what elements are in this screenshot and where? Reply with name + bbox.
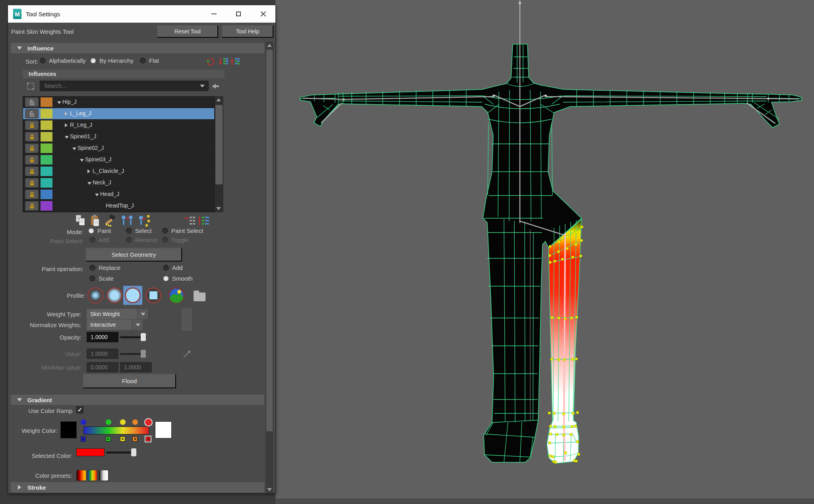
lock-icon[interactable] [25,120,39,130]
collapse-arrow-icon[interactable] [65,136,69,139]
lock-icon[interactable] [25,178,39,188]
sort-option-alphabetically[interactable]: Alphabetically [40,57,86,64]
joint-color-swatch[interactable] [41,155,52,165]
weight-color-left-swatch[interactable] [60,421,77,438]
paint-operation-option-add[interactable]: Add [163,264,183,271]
radio-icon[interactable] [162,228,168,234]
hammer-weights-icon[interactable] [104,214,116,227]
scroll-down-icon[interactable] [267,488,272,491]
normalize-weights-select[interactable]: Interactive [87,320,132,330]
radio-icon[interactable] [126,228,132,234]
lock-icon[interactable] [25,190,39,199]
titlebar[interactable]: M Tool Settings [8,5,275,23]
flood-button[interactable]: Flood [83,374,176,388]
expand-arrow-icon[interactable] [65,123,68,127]
ramp-handle-1[interactable] [106,419,111,425]
ramp-handle-0[interactable] [81,419,86,425]
sort-option-by-hierarchy[interactable]: By Hierarchy [90,57,134,64]
influence-list-scrollbar[interactable] [215,96,223,212]
section-stroke[interactable]: Stroke [11,482,264,492]
influence-row-Spine03_J[interactable]: Spine03_J [23,154,214,166]
ramp-delete-handle-3[interactable]: × [132,436,138,442]
show-selected-list-icon[interactable] [184,215,196,228]
influence-row-Head_J[interactable]: Head_J [23,189,214,200]
sort-list-up-icon[interactable] [231,57,240,66]
lock-icon[interactable] [25,143,39,153]
selected-color-slider[interactable] [106,452,136,454]
lock-icon[interactable] [25,201,39,211]
ramp-delete-handle-1[interactable]: × [106,436,111,442]
maximize-button[interactable] [226,5,251,23]
influence-row-Hip_J[interactable]: Hip_J [23,97,214,108]
use-color-ramp-checkbox[interactable]: ✓ [76,406,83,413]
joint-color-swatch[interactable] [41,190,52,199]
collapse-arrow-icon[interactable] [57,101,61,104]
color-ramp-bar[interactable] [83,426,149,434]
paint-operation-option-smooth[interactable]: Smooth [163,275,193,282]
move-vertices-icon[interactable] [138,214,150,227]
ramp-delete-handle-0[interactable]: × [81,436,86,442]
weight-type-dropdown-icon[interactable] [138,309,148,319]
ramp-delete-handle-2[interactable]: × [120,436,125,442]
radio-icon[interactable] [163,265,169,271]
color-preset-0[interactable] [76,470,86,481]
profile-square-brush[interactable] [145,287,162,304]
influence-row-L_Clavicle_J[interactable]: L_Clavicle_J [23,166,214,177]
move-influences-icon[interactable] [121,214,133,227]
joint-color-swatch[interactable] [41,132,52,142]
influence-row-HeadTop_J[interactable]: HeadTop_J [23,200,214,212]
mode-option-select[interactable]: Select [126,227,152,234]
collapse-arrow-icon[interactable] [80,159,84,162]
close-button[interactable] [251,5,275,23]
ramp-delete-handle-4[interactable]: × [145,436,151,442]
panel-scrollbar[interactable] [266,42,273,493]
copy-weights-icon[interactable] [75,214,87,227]
unlock-icon[interactable] [25,109,39,118]
ramp-handle-4[interactable] [145,419,152,426]
influence-row-R_Leg_J[interactable]: R_Leg_J [23,120,214,131]
influence-list-scrollbar-thumb[interactable] [215,105,223,184]
tool-help-button[interactable]: Tool Help [222,25,273,38]
search-input[interactable] [40,82,200,89]
joint-color-swatch[interactable] [41,167,52,176]
scroll-up-icon[interactable] [267,44,272,47]
lock-icon[interactable] [25,132,39,142]
joint-color-swatch[interactable] [41,120,52,130]
sort-option-flat[interactable]: Flat [140,57,159,64]
profile-soft-brush[interactable] [106,287,123,304]
influence-row-Neck_J[interactable]: Neck_J [23,177,214,189]
color-preset-2[interactable] [99,470,109,481]
profile-solid-brush[interactable] [123,286,142,305]
mode-option-paint-select[interactable]: Paint Select [162,227,203,234]
joint-color-swatch[interactable] [41,109,52,118]
paint-operation-option-scale[interactable]: Scale [89,275,114,282]
radio-icon[interactable] [89,275,95,281]
weight-color-right-swatch[interactable] [155,421,172,438]
reset-tool-button[interactable]: Reset Tool [157,25,218,38]
normalize-dropdown-icon[interactable] [133,320,143,330]
color-preset-1[interactable] [87,470,97,481]
profile-browse-folder-icon[interactable] [191,288,208,306]
radio-icon[interactable] [89,265,95,271]
sort-list-down-icon[interactable] [219,57,229,66]
opacity-input[interactable]: 1.0000 [87,332,118,342]
lock-icon[interactable] [25,167,39,176]
paste-weights-icon[interactable] [89,214,101,227]
list-scroll-up-icon[interactable] [216,98,221,101]
opacity-slider-handle[interactable] [141,333,146,341]
list-scroll-down-icon[interactable] [216,207,221,210]
radio-icon[interactable] [163,275,169,281]
refresh-influences-icon[interactable] [206,57,215,66]
collapse-arrow-icon[interactable] [95,194,99,196]
radio-icon[interactable] [40,58,46,64]
unlock-icon[interactable] [25,97,39,107]
pin-influence-icon[interactable] [211,81,220,91]
mode-option-paint[interactable]: Paint [88,227,111,234]
lock-icon[interactable] [25,155,39,165]
paint-operation-option-replace[interactable]: Replace [89,264,120,271]
joint-color-swatch[interactable] [41,178,52,188]
expand-arrow-icon[interactable] [87,169,90,173]
joint-color-swatch[interactable] [41,143,52,153]
panel-scrollbar-thumb[interactable] [266,50,273,431]
influence-row-Spine02_J[interactable]: Spine02_J [23,143,214,154]
